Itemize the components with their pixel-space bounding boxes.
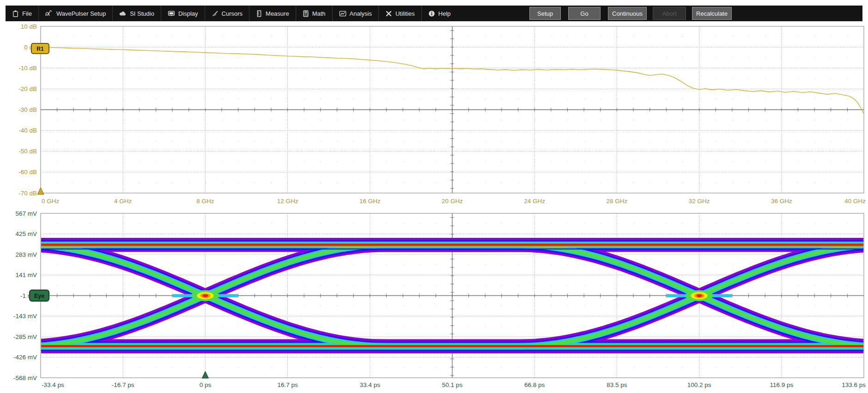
x-axis-tick-label: 100.2 ps bbox=[687, 381, 711, 388]
y-axis-tick-label: 141 mV bbox=[15, 272, 37, 278]
crossing-hotspot bbox=[202, 294, 208, 297]
y-axis-tick-label: 10 dB bbox=[21, 23, 37, 30]
x-axis-tick-label: 0 ps bbox=[200, 381, 212, 388]
y-axis-tick-label: -10 dB bbox=[18, 65, 37, 72]
eye-diagram-plot: 567 mV425 mV283 mV141 mV-1 mV-143 mV-285… bbox=[13, 210, 866, 389]
y-axis-tick-label: -285 mV bbox=[13, 333, 37, 340]
x-axis-tick-label: -33.4 ps bbox=[42, 381, 64, 388]
trace-badge-r1[interactable]: R1 bbox=[31, 43, 49, 54]
y-axis-tick-label: -568 mV bbox=[13, 375, 37, 381]
x-axis-tick-label: 16.7 ps bbox=[277, 381, 298, 388]
y-axis-tick-label: -40 dB bbox=[18, 127, 37, 134]
y-axis-tick-label: 425 mV bbox=[15, 230, 37, 237]
x-axis-tick-label: -16.7 ps bbox=[112, 381, 134, 388]
x-axis-tick-label: 36 GHz bbox=[771, 198, 792, 205]
y-axis-tick-label: -426 mV bbox=[13, 354, 37, 361]
x-axis-tick-label: 33.4 ps bbox=[360, 381, 381, 388]
y-axis-tick-label: 283 mV bbox=[15, 251, 37, 258]
badge-label: R1 bbox=[36, 46, 44, 52]
frequency-response-plot: 10 dB0 dB-10 dB-20 dB-30 dB-40 dB-50 dB-… bbox=[18, 23, 866, 205]
x-axis-tick-label: 24 GHz bbox=[524, 198, 545, 205]
crossing-hotspot bbox=[697, 294, 702, 297]
x-axis-tick-label: 66.8 ps bbox=[524, 381, 545, 388]
x-axis-tick-label: 32 GHz bbox=[689, 198, 710, 205]
x-axis-tick-label: 40 GHz bbox=[844, 198, 866, 205]
trace-badge-eye[interactable]: Eye bbox=[30, 290, 49, 301]
x-axis-tick-label: 20 GHz bbox=[442, 198, 463, 205]
x-axis-tick-label: 28 GHz bbox=[607, 198, 628, 205]
x-axis-tick-label: 0 GHz bbox=[42, 198, 60, 205]
x-axis-tick-label: 133.6 ps bbox=[842, 381, 866, 388]
x-axis-tick-label: 116.9 ps bbox=[770, 381, 793, 388]
y-axis-tick-label: -50 dB bbox=[18, 148, 37, 155]
x-axis-tick-label: 8 GHz bbox=[196, 198, 214, 205]
plot-area: 10 dB0 dB-10 dB-20 dB-30 dB-40 dB-50 dB-… bbox=[0, 0, 868, 393]
y-axis-tick-label: -143 mV bbox=[13, 313, 37, 320]
y-axis-tick-label: -20 dB bbox=[18, 85, 37, 92]
y-axis-tick-label: -30 dB bbox=[18, 106, 37, 113]
badge-label: Eye bbox=[34, 293, 44, 299]
x-axis-tick-label: 50.1 ps bbox=[442, 381, 463, 388]
y-axis-tick-label: -60 dB bbox=[18, 169, 37, 175]
x-axis-tick-label: 16 GHz bbox=[359, 198, 381, 205]
y-axis-tick-label: -70 dB bbox=[18, 190, 37, 197]
y-axis-tick-label: 567 mV bbox=[15, 210, 37, 217]
x-axis-tick-label: 83.5 ps bbox=[607, 381, 627, 388]
x-axis-tick-label: 4 GHz bbox=[114, 198, 132, 205]
x-axis-tick-label: 12 GHz bbox=[277, 198, 298, 205]
